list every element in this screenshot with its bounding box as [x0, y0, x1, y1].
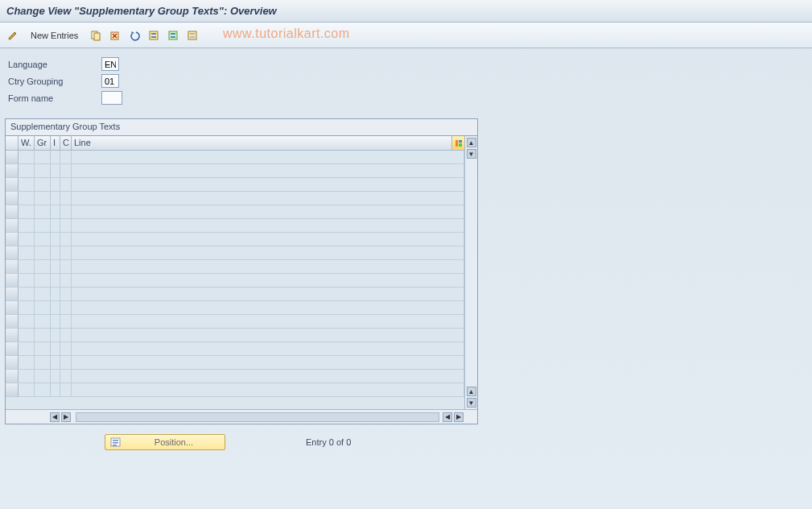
scroll-up-button[interactable]: ▲	[467, 138, 476, 147]
table-row[interactable]	[6, 329, 464, 342]
cell-line[interactable]	[72, 260, 464, 273]
select-all-button[interactable]	[146, 27, 162, 43]
scroll-up-end-button[interactable]: ▲	[467, 387, 476, 396]
position-button[interactable]: Position...	[105, 434, 225, 450]
cell-c[interactable]	[60, 178, 72, 191]
cell-line[interactable]	[72, 329, 464, 341]
cell-gr[interactable]	[35, 329, 51, 341]
cell-i[interactable]	[51, 219, 60, 232]
table-row[interactable]	[6, 219, 464, 233]
col-c-header[interactable]: C	[60, 136, 72, 150]
cell-w[interactable]	[19, 315, 35, 328]
cell-line[interactable]	[72, 178, 464, 191]
cell-c[interactable]	[60, 246, 72, 259]
col-w-header[interactable]: W.	[19, 136, 35, 150]
table-row[interactable]	[6, 356, 464, 370]
table-row[interactable]	[6, 246, 464, 260]
row-selector[interactable]	[6, 151, 19, 163]
cell-w[interactable]	[19, 356, 35, 369]
copy-as-button[interactable]	[88, 27, 104, 43]
cell-gr[interactable]	[35, 370, 51, 383]
cell-line[interactable]	[72, 288, 464, 300]
cell-line[interactable]	[72, 219, 464, 232]
table-configure-button[interactable]	[451, 136, 464, 151]
cell-gr[interactable]	[35, 178, 51, 191]
table-row[interactable]	[6, 342, 464, 356]
cell-gr[interactable]	[35, 383, 51, 396]
cell-i[interactable]	[51, 301, 60, 314]
undo-button[interactable]	[126, 27, 142, 43]
cell-line[interactable]	[72, 301, 464, 314]
table-row[interactable]	[6, 274, 464, 288]
cell-w[interactable]	[19, 383, 35, 396]
cell-i[interactable]	[51, 274, 60, 287]
cell-w[interactable]	[19, 192, 35, 205]
cell-w[interactable]	[19, 370, 35, 383]
row-selector[interactable]	[6, 356, 19, 369]
table-row[interactable]	[6, 205, 464, 219]
row-selector[interactable]	[6, 233, 19, 246]
cell-c[interactable]	[60, 192, 72, 205]
hscroll-track[interactable]	[76, 412, 439, 422]
cell-c[interactable]	[60, 288, 72, 300]
cell-c[interactable]	[60, 329, 72, 341]
cell-gr[interactable]	[35, 356, 51, 369]
row-selector[interactable]	[6, 383, 19, 396]
cell-w[interactable]	[19, 151, 35, 163]
cell-w[interactable]	[19, 274, 35, 287]
table-row[interactable]	[6, 301, 464, 315]
cell-c[interactable]	[60, 219, 72, 232]
table-row[interactable]	[6, 383, 464, 397]
row-selector[interactable]	[6, 260, 19, 273]
cell-gr[interactable]	[35, 260, 51, 273]
cell-w[interactable]	[19, 329, 35, 341]
table-row[interactable]	[6, 164, 464, 178]
cell-gr[interactable]	[35, 274, 51, 287]
row-selector[interactable]	[6, 219, 19, 232]
row-selector[interactable]	[6, 164, 19, 177]
cell-i[interactable]	[51, 233, 60, 246]
cell-w[interactable]	[19, 246, 35, 259]
cell-c[interactable]	[60, 233, 72, 246]
cell-gr[interactable]	[35, 205, 51, 218]
cell-line[interactable]	[72, 274, 464, 287]
row-selector[interactable]	[6, 301, 19, 314]
language-field[interactable]	[101, 57, 119, 71]
cell-c[interactable]	[60, 274, 72, 287]
row-selector[interactable]	[6, 370, 19, 383]
vertical-scrollbar[interactable]: ▲ ▼ ▲ ▼	[464, 136, 477, 409]
row-selector[interactable]	[6, 274, 19, 287]
cell-line[interactable]	[72, 164, 464, 177]
cell-c[interactable]	[60, 356, 72, 369]
row-selector[interactable]	[6, 205, 19, 218]
cell-line[interactable]	[72, 356, 464, 369]
cell-gr[interactable]	[35, 301, 51, 314]
cell-i[interactable]	[51, 260, 60, 273]
table-row[interactable]	[6, 288, 464, 301]
ctry-grouping-field[interactable]	[101, 74, 119, 88]
cell-c[interactable]	[60, 370, 72, 383]
cell-w[interactable]	[19, 260, 35, 273]
cell-c[interactable]	[60, 205, 72, 218]
cell-line[interactable]	[72, 315, 464, 328]
cell-i[interactable]	[51, 329, 60, 341]
cell-gr[interactable]	[35, 219, 51, 232]
cell-i[interactable]	[51, 205, 60, 218]
table-row[interactable]	[6, 192, 464, 205]
cell-i[interactable]	[51, 342, 60, 355]
cell-gr[interactable]	[35, 164, 51, 177]
cell-i[interactable]	[51, 288, 60, 300]
cell-line[interactable]	[72, 246, 464, 259]
cell-c[interactable]	[60, 342, 72, 355]
deselect-all-button[interactable]	[184, 27, 200, 43]
row-selector[interactable]	[6, 329, 19, 341]
table-row[interactable]	[6, 370, 464, 383]
table-row[interactable]	[6, 151, 464, 164]
row-selector[interactable]	[6, 288, 19, 300]
select-block-button[interactable]	[165, 27, 181, 43]
cell-gr[interactable]	[35, 246, 51, 259]
table-row[interactable]	[6, 315, 464, 329]
cell-i[interactable]	[51, 192, 60, 205]
cell-c[interactable]	[60, 315, 72, 328]
cell-gr[interactable]	[35, 151, 51, 163]
